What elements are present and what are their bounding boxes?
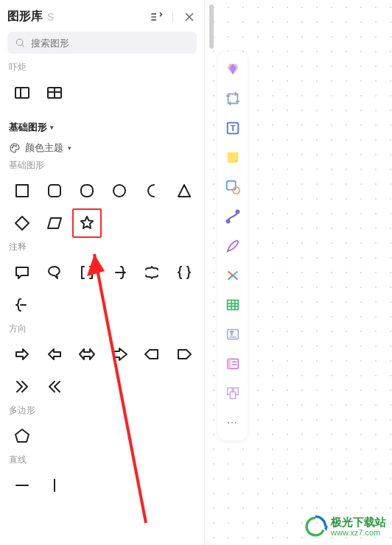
pentagon-icon[interactable] [7,421,37,451]
shape-library-panel: 图形库 S 吓炬 基础图形 ▾ 颜色主题 ▾ 基础图形 [0,0,205,545]
brace-open-icon[interactable] [105,258,134,287]
line-vertical-icon[interactable] [40,471,69,500]
chevron-double-right-icon[interactable] [7,372,37,401]
brace-horizontal-icon[interactable] [137,258,167,287]
square-icon[interactable] [7,176,37,205]
panel-subtitle: S [47,11,54,23]
settings-icon[interactable] [149,10,164,24]
group-polygon-label: 多边形 [9,404,195,417]
brackets-icon[interactable] [72,258,102,287]
group-basic-label: 基础图形 [9,159,195,172]
more-tool-icon[interactable]: ⋯ [221,411,245,435]
chevron-double-left-icon[interactable] [40,372,69,401]
text-tool-icon[interactable]: T [221,116,245,140]
arrow-left-icon[interactable] [40,340,69,369]
svg-point-8 [15,145,16,146]
svg-point-7 [13,145,14,146]
truncated-section-label: 吓炬 [9,61,195,74]
shape-tool-icon[interactable] [221,175,245,199]
group-line-label: 直线 [9,454,195,466]
textbox-tool-icon[interactable]: T [221,323,245,346]
svg-rect-11 [81,185,93,197]
crescent-icon[interactable] [137,176,167,205]
diamond-icon[interactable] [7,208,37,238]
canvas-scrollbar[interactable] [209,4,214,49]
connector-tool-icon[interactable] [221,205,245,228]
svg-point-0 [16,39,22,45]
brace-pair-icon[interactable] [169,258,199,287]
section-basic-title[interactable]: 基础图形 ▾ [9,121,195,134]
canvas-toolbar: T T ⋯ [218,52,248,440]
arrow-bold-right-icon[interactable] [105,340,134,369]
svg-rect-31 [228,359,231,369]
search-icon [15,37,25,49]
speech-round-icon[interactable] [40,258,69,287]
group-annotation-label: 注释 [9,241,195,253]
color-theme-button[interactable]: 颜色主题 ▾ [9,141,195,155]
brand-logo-icon [303,514,328,539]
divider [172,11,173,23]
parallelogram-icon[interactable] [40,208,69,238]
search-input[interactable] [31,38,189,49]
svg-point-12 [113,185,125,197]
brand-url: www.xz7.com [331,528,386,537]
panel-title: 图形库 [7,9,43,24]
svg-rect-9 [16,185,28,197]
group-direction-label: 方向 [9,323,195,335]
template-tool-icon[interactable] [221,382,245,405]
star-icon[interactable] [72,208,102,238]
svg-text:T: T [231,124,236,133]
pen-tool-icon[interactable] [221,234,245,258]
layout-left-icon[interactable] [7,78,37,108]
line-horizontal-icon[interactable] [7,471,37,500]
svg-rect-1 [15,88,29,98]
arrow-right-icon[interactable] [7,340,37,369]
speech-square-icon[interactable] [7,258,37,287]
chevron-down-icon: ▾ [50,124,54,131]
svg-text:T: T [230,330,234,337]
close-icon[interactable] [182,10,197,24]
triangle-icon[interactable] [169,176,199,205]
brand-watermark: 极光下载站 www.xz7.com [303,514,386,539]
palette-icon [9,142,21,154]
layout-top-icon[interactable] [40,78,69,108]
rounded-square-icon[interactable] [40,176,69,205]
tag-left-icon[interactable] [137,340,167,369]
svg-point-6 [12,147,13,148]
chevron-down-icon: ▾ [68,144,71,152]
svg-rect-10 [49,185,60,197]
diamond-tool-icon[interactable] [221,57,245,81]
circle-icon[interactable] [105,176,134,205]
svg-rect-36 [230,392,235,398]
mindmap-tool-icon[interactable] [221,264,245,287]
table-tool-icon[interactable] [221,293,245,317]
svg-rect-22 [228,300,239,310]
brand-name: 极光下载站 [331,516,386,529]
crop-tool-icon[interactable] [221,87,245,110]
squircle-icon[interactable] [72,176,102,205]
tag-right-icon[interactable] [169,340,199,369]
sticky-note-tool-icon[interactable] [221,146,245,169]
svg-point-21 [237,211,239,214]
color-theme-label: 颜色主题 [25,141,63,155]
panel-header: 图形库 S [7,9,197,24]
svg-point-20 [227,220,230,223]
arrow-leftright-icon[interactable] [72,340,102,369]
search-field[interactable] [7,32,197,54]
brace-close-icon[interactable] [7,290,37,320]
card-tool-icon[interactable] [221,352,245,376]
